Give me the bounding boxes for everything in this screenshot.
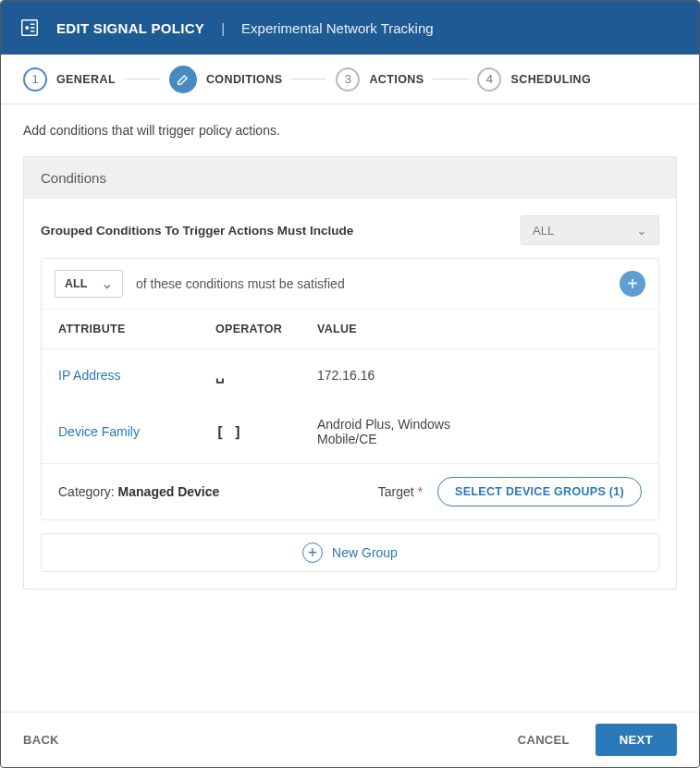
operator-glyph: [ ] (215, 423, 317, 441)
step-label: CONDITIONS (206, 73, 282, 86)
new-group-button[interactable]: + New Group (41, 533, 659, 572)
policy-icon (19, 18, 40, 38)
col-attribute: ATTRIBUTE (58, 323, 215, 335)
step-connector (125, 79, 160, 79)
chevron-down-icon: ⌄ (636, 223, 647, 238)
modal-subtitle: Experimental Network Tracking (241, 20, 434, 36)
panel-body: Grouped Conditions To Trigger Actions Mu… (24, 199, 676, 589)
condition-group: ALL ⌄ of these conditions must be satisf… (41, 258, 659, 520)
operator-glyph: ␣ (215, 366, 317, 384)
cancel-button[interactable]: CANCEL (518, 733, 570, 747)
svg-rect-0 (22, 20, 38, 36)
table-row: IP Address ␣ 172.16.16 (42, 349, 658, 400)
back-button[interactable]: BACK (23, 733, 59, 747)
chevron-down-icon: ⌄ (102, 276, 113, 291)
next-button[interactable]: NEXT (596, 724, 677, 756)
panel-title: Conditions (24, 157, 676, 199)
helper-text: Add conditions that will trigger policy … (23, 123, 677, 138)
modal-body: Add conditions that will trigger policy … (1, 104, 699, 712)
conditions-table: ATTRIBUTE OPERATOR VALUE IP Address ␣ 17… (42, 310, 658, 463)
grouped-mode-select[interactable]: ALL ⌄ (521, 215, 659, 245)
grouped-header-row: Grouped Conditions To Trigger Actions Mu… (41, 215, 659, 245)
target-label: Target * (378, 484, 423, 499)
col-operator: OPERATOR (215, 323, 317, 335)
category-block: Category: Managed Device (58, 484, 219, 499)
new-group-label: New Group (332, 545, 398, 560)
step-number: 1 (23, 67, 47, 91)
table-header: ATTRIBUTE OPERATOR VALUE (42, 310, 658, 349)
select-value: ALL (65, 277, 87, 290)
step-number: 4 (477, 67, 501, 91)
target-label-text: Target (378, 484, 414, 499)
modal-footer: BACK CANCEL NEXT (1, 712, 699, 767)
modal-title: EDIT SIGNAL POLICY (56, 20, 204, 36)
group-top-left: ALL ⌄ of these conditions must be satisf… (55, 270, 345, 298)
select-value: ALL (533, 224, 554, 238)
step-connector (433, 79, 468, 79)
table-row: Device Family [ ] Android Plus, Windows … (42, 400, 658, 463)
step-connector (291, 79, 326, 79)
category-label: Category: (58, 484, 115, 499)
grouped-label: Grouped Conditions To Trigger Actions Mu… (41, 224, 353, 238)
plus-circle-icon: + (302, 542, 323, 563)
group-top-row: ALL ⌄ of these conditions must be satisf… (42, 259, 658, 310)
edit-policy-modal: EDIT SIGNAL POLICY | Experimental Networ… (0, 0, 700, 768)
group-mode-select[interactable]: ALL ⌄ (55, 270, 123, 298)
required-asterisk: * (418, 484, 423, 499)
col-value: VALUE (317, 323, 642, 335)
group-bottom-row: Category: Managed Device Target * SELECT… (42, 463, 658, 519)
select-device-groups-button[interactable]: SELECT DEVICE GROUPS (1) (437, 477, 642, 506)
step-label: SCHEDULING (510, 73, 591, 86)
conditions-panel: Conditions Grouped Conditions To Trigger… (23, 156, 677, 590)
category-value: Managed Device (118, 484, 220, 499)
value-text: Android Plus, Windows Mobile/CE (317, 417, 484, 446)
step-label: GENERAL (56, 73, 116, 86)
value-text: 172.16.16 (317, 368, 642, 383)
step-actions[interactable]: 3 ACTIONS (336, 67, 424, 91)
header-divider: | (221, 20, 225, 36)
attribute-link[interactable]: Device Family (58, 424, 215, 439)
satisfied-text: of these conditions must be satisfied (136, 276, 345, 291)
wizard-stepper: 1 GENERAL CONDITIONS 3 ACTIONS 4 SCHEDUL… (1, 55, 699, 104)
attribute-link[interactable]: IP Address (58, 368, 215, 383)
step-conditions[interactable]: CONDITIONS (169, 66, 282, 93)
add-condition-button[interactable]: + (620, 271, 645, 297)
target-zone: Target * SELECT DEVICE GROUPS (1) (378, 477, 642, 506)
svg-point-1 (25, 26, 29, 30)
step-number: 3 (336, 67, 360, 91)
modal-header: EDIT SIGNAL POLICY | Experimental Networ… (1, 1, 699, 55)
step-label: ACTIONS (369, 73, 424, 86)
step-scheduling[interactable]: 4 SCHEDULING (477, 67, 591, 91)
step-general[interactable]: 1 GENERAL (23, 67, 116, 91)
step-active-icon (169, 66, 197, 93)
